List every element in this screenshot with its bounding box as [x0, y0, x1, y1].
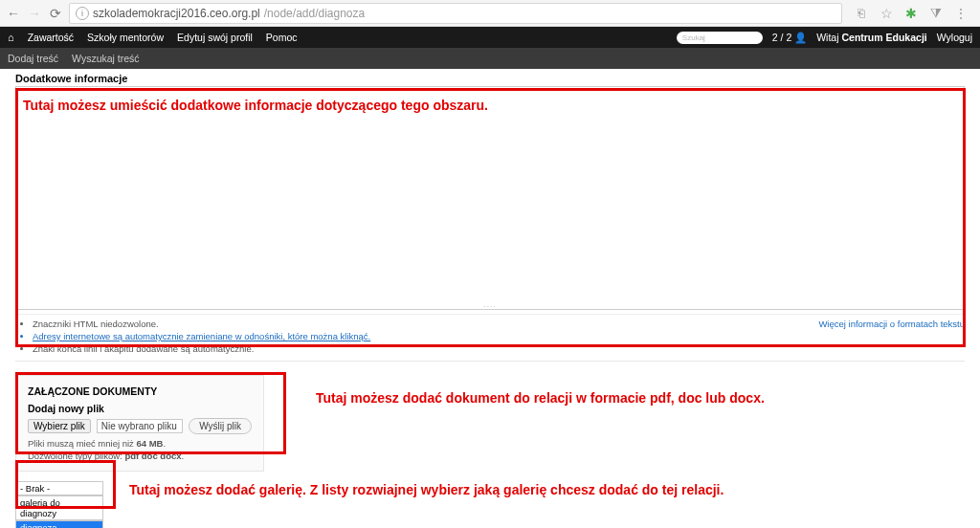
attachments-block: ZAŁĄCZONE DOKUMENTY Dodaj nowy plik Wybi… — [15, 375, 264, 472]
reload-icon[interactable]: ⟳ — [48, 6, 63, 21]
attachments-hint: Pliki muszą mieć mniej niż 64 MB. Dozwol… — [28, 438, 252, 463]
attachments-title: ZAŁĄCZONE DOKUMENTY — [28, 385, 252, 397]
subnav-wyszukaj[interactable]: Wyszukaj treść — [72, 53, 140, 64]
sub-nav: Dodaj treść Wyszukaj treść — [0, 48, 980, 69]
url-path: /node/add/diagnoza — [264, 7, 365, 20]
search-placeholder: Szukaj — [682, 33, 705, 42]
resize-handle-icon[interactable]: ···· — [476, 303, 504, 309]
url-host: szkolademokracji2016.ceo.org.pl — [93, 7, 260, 20]
annotation-text-1: Tutaj możesz umieścić dodatkowe informac… — [23, 98, 488, 113]
upload-file-button[interactable]: Wyślij plik — [189, 418, 252, 434]
annotation-text-2: Tutaj możesz dodać dokument do relacji w… — [316, 390, 765, 406]
nav-item-edytuj[interactable]: Edytuj swój profil — [177, 32, 253, 43]
home-icon[interactable]: ⌂ — [8, 32, 14, 43]
nav-item-szkoly[interactable]: Szkoły mentorów — [87, 32, 164, 43]
forward-icon[interactable]: → — [27, 6, 42, 21]
more-info-link[interactable]: Więcej informacji o formatach tekstu — [818, 319, 965, 329]
logout-link[interactable]: Wyloguj — [937, 32, 972, 43]
annotation-text-3: Tutaj możesz dodać galerię. Z listy rozw… — [129, 482, 724, 497]
choose-file-button[interactable]: Wybierz plik — [28, 419, 91, 433]
url-bar[interactable]: i szkolademokracji2016.ceo.org.pl/node/a… — [69, 3, 842, 24]
extension-icon[interactable]: ✱ — [903, 6, 919, 21]
puzzle-icon[interactable]: ⧩ — [928, 6, 944, 21]
menu-icon[interactable]: ⋮ — [953, 6, 969, 21]
gallery-option[interactable]: - Brak - — [15, 481, 103, 495]
nav-item-pomoc[interactable]: Pomoc — [266, 32, 298, 43]
subnav-dodaj[interactable]: Dodaj treść — [8, 53, 58, 64]
gallery-option-selected[interactable]: diagnoza — [15, 520, 103, 528]
gallery-block: - Brak - galeria do diagnozy diagnoza - … — [15, 481, 103, 528]
top-nav: ⌂ Zawartość Szkoły mentorów Edytuj swój … — [0, 27, 980, 48]
counter: 2 / 2 👤 — [772, 32, 807, 44]
greeting: Witaj Centrum Edukacji — [816, 32, 927, 43]
section-title: Dodatkowe informacje — [15, 73, 965, 84]
info-icon[interactable]: i — [76, 7, 89, 20]
hint-item: Adresy internetowe są automatycznie zami… — [33, 331, 370, 343]
star-icon[interactable]: ☆ — [879, 6, 894, 21]
hint-item: Znaczniki HTML niedozwolone. — [33, 319, 370, 331]
hint-item: Znaki końca linii i akapitu dodawane są … — [33, 343, 370, 356]
attachments-subtitle: Dodaj nowy plik — [28, 403, 252, 414]
nav-item-zawartosc[interactable]: Zawartość — [28, 32, 74, 43]
search-input[interactable]: Szukaj — [677, 32, 763, 44]
browser-toolbar: ← → ⟳ i szkolademokracji2016.ceo.org.pl/… — [0, 0, 980, 27]
additional-info-textarea[interactable]: ···· — [15, 86, 965, 310]
no-file-label: Nie wybrano pliku — [97, 419, 183, 433]
format-hints-list: Znaczniki HTML niedozwolone. Adresy inte… — [33, 319, 370, 355]
bookmark-outline-icon[interactable]: ⎗ — [854, 6, 869, 21]
gallery-option[interactable]: galeria do diagnozy — [15, 495, 103, 520]
back-icon[interactable]: ← — [6, 6, 21, 21]
